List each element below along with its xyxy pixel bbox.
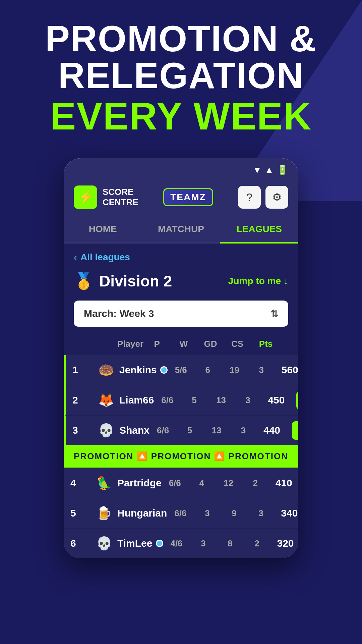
stat-w-1: 6 xyxy=(194,365,221,375)
lightning-icon: ⚡ xyxy=(78,190,94,205)
stat-gd-6: 8 xyxy=(217,538,244,549)
tab-matchup[interactable]: MATCHUP xyxy=(142,216,220,243)
player-emoji-6: 💀 xyxy=(90,536,117,551)
stat-cs-1: 3 xyxy=(248,365,275,375)
arrow-down-icon: ↓ xyxy=(284,276,288,286)
content-area: ‹ All leagues 🥇 Division 2 Jump to me ↓ … xyxy=(64,244,298,558)
table-row: 1 🍩 Jenkins 5/6 6 19 3 560 › xyxy=(64,355,298,385)
table-row: 5 🍺 Hungarian 6/6 3 9 3 340 › xyxy=(64,498,298,528)
player-emoji-4: 🦜 xyxy=(90,476,117,490)
row-arrow-2[interactable]: › xyxy=(296,391,298,410)
player-name-5: Hungarian xyxy=(117,507,167,519)
settings-button[interactable]: ⚙ xyxy=(265,186,288,209)
division-name: Division 2 xyxy=(99,272,172,290)
player-name-3: Shanx xyxy=(119,425,149,436)
player-name-4: Partridge xyxy=(117,477,162,489)
medal-icon: 🥇 xyxy=(74,272,94,290)
division-title: 🥇 Division 2 xyxy=(74,272,172,290)
stat-cs-6: 2 xyxy=(244,538,270,549)
player-name-1: Jenkins xyxy=(119,364,168,376)
stat-p-4: 6/6 xyxy=(162,478,188,488)
chevron-left-icon: ‹ xyxy=(74,252,77,263)
player-emoji-3: 💀 xyxy=(93,423,119,438)
promo-title-line1: PROMOTION & xyxy=(27,20,335,57)
stat-cs-2: 3 xyxy=(234,395,261,406)
all-leagues-nav[interactable]: ‹ All leagues xyxy=(64,244,298,268)
stat-p-3: 6/6 xyxy=(149,425,176,436)
tab-home[interactable]: HOME xyxy=(64,216,142,243)
week-label: March: Week 3 xyxy=(84,308,154,319)
stat-p-2: 6/6 xyxy=(154,395,181,406)
online-indicator-6 xyxy=(156,540,163,547)
stat-gd-3: 13 xyxy=(203,425,230,436)
player-emoji-5: 🍺 xyxy=(90,506,117,521)
teamz-logo: TEAMZ xyxy=(163,188,213,206)
stat-p-5: 6/6 xyxy=(167,508,194,519)
status-icons: ▼ ▲ 🔋 xyxy=(253,164,288,175)
wifi-icon: ▼ xyxy=(253,165,262,175)
selector-arrows-icon: ⇅ xyxy=(270,308,278,319)
app-header: ⚡ SCORE CENTRE TEAMZ ? ⚙ xyxy=(64,179,298,216)
stat-gd-4: 12 xyxy=(215,478,242,488)
rank-1: 1 xyxy=(72,364,93,376)
rank-3: 3 xyxy=(72,425,93,436)
score-centre-logo: ⚡ SCORE CENTRE xyxy=(74,185,138,209)
all-leagues-link[interactable]: All leagues xyxy=(80,252,130,263)
stat-w-5: 3 xyxy=(194,508,221,519)
table-header: Player P W GD CS Pts xyxy=(64,333,298,355)
signal-icon: ▲ xyxy=(264,165,274,175)
row-arrow-3[interactable]: › xyxy=(292,421,298,440)
stat-pts-6: 320 xyxy=(270,538,299,549)
col-gd: GD xyxy=(197,339,224,349)
stat-pts-2: 450 xyxy=(261,394,291,406)
battery-icon: 🔋 xyxy=(277,164,288,175)
rank-4: 4 xyxy=(70,477,90,489)
division-header: 🥇 Division 2 Jump to me ↓ xyxy=(64,268,298,297)
stat-cs-4: 2 xyxy=(242,478,269,488)
stat-gd-5: 9 xyxy=(221,508,247,519)
table-row: 3 💀 Shanx 6/6 5 13 3 440 › xyxy=(64,415,298,445)
stat-pts-1: 560 xyxy=(275,364,298,376)
week-selector[interactable]: March: Week 3 ⇅ xyxy=(74,301,288,327)
nav-tabs: HOME MATCHUP LEAGUES xyxy=(64,216,298,244)
help-button[interactable]: ? xyxy=(238,186,261,209)
table-row: 4 🦜 Partridge 6/6 4 12 2 410 › xyxy=(64,468,298,498)
stat-gd-2: 13 xyxy=(207,395,234,406)
stat-cs-5: 3 xyxy=(247,508,274,519)
promo-title-line2: RELEGATION xyxy=(27,57,335,94)
promotion-text: PROMOTION 🔼 PROMOTION 🔼 PROMOTION xyxy=(74,451,288,462)
stat-w-2: 5 xyxy=(181,395,207,406)
promotion-banner: PROMOTION 🔼 PROMOTION 🔼 PROMOTION xyxy=(64,445,298,468)
promo-header: PROMOTION & RELEGATION EVERY WEEK xyxy=(0,0,362,152)
score-centre-text: SCORE CENTRE xyxy=(103,187,138,208)
online-indicator-1 xyxy=(160,366,168,374)
col-w: W xyxy=(170,339,197,349)
col-cs: CS xyxy=(224,339,251,349)
stat-pts-3: 440 xyxy=(257,425,287,436)
header-buttons: ? ⚙ xyxy=(238,186,288,209)
tab-leagues[interactable]: LEAGUES xyxy=(220,216,298,243)
stat-pts-4: 410 xyxy=(269,477,298,489)
col-player: Player xyxy=(117,339,143,349)
stat-w-4: 4 xyxy=(188,478,215,488)
stat-p-6: 4/6 xyxy=(163,538,190,549)
stat-pts-5: 340 xyxy=(274,507,298,519)
player-emoji-2: 🦊 xyxy=(93,393,119,408)
rank-2: 2 xyxy=(72,394,93,406)
player-emoji-1: 🍩 xyxy=(93,363,119,377)
stat-w-6: 3 xyxy=(190,538,217,549)
rank-6: 6 xyxy=(70,538,90,549)
stat-p-1: 5/6 xyxy=(168,365,194,375)
help-icon: ? xyxy=(246,191,252,204)
player-name-6: TimLee xyxy=(117,538,163,549)
col-p: P xyxy=(143,339,170,349)
stat-w-3: 5 xyxy=(176,425,203,436)
settings-icon: ⚙ xyxy=(272,191,282,204)
status-bar: ▼ ▲ 🔋 xyxy=(64,158,298,179)
jump-to-me-button[interactable]: Jump to me ↓ xyxy=(228,276,288,286)
stat-cs-3: 3 xyxy=(230,425,257,436)
table-row: 2 🦊 Liam66 6/6 5 13 3 450 › xyxy=(64,385,298,415)
phone-mockup: ▼ ▲ 🔋 ⚡ SCORE CENTRE TEAMZ ? ⚙ xyxy=(64,158,298,558)
player-name-2: Liam66 xyxy=(119,394,154,406)
col-pts: Pts xyxy=(251,339,281,349)
